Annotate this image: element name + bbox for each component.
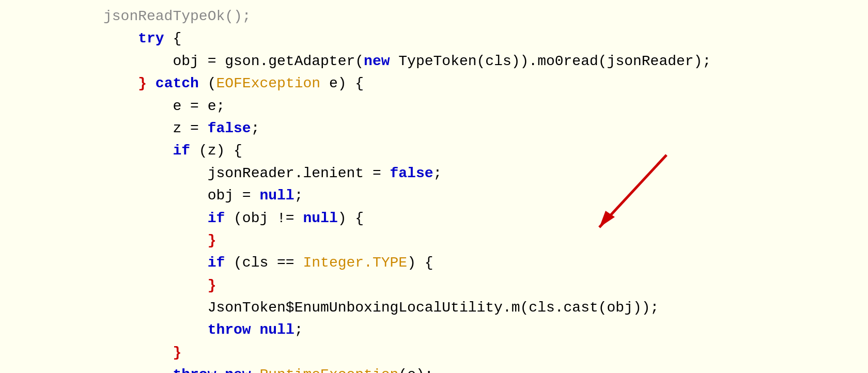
code-line-2: try { — [103, 27, 868, 50]
code-line-5: e = e; — [103, 95, 868, 117]
code-line-7: if (z) { — [103, 139, 868, 162]
code-line-12: if (cls == Integer.TYPE) { — [103, 252, 868, 274]
code-viewer: jsonReadTypeOk(); try { obj = gson.getAd… — [0, 0, 868, 373]
code-line-17: throw new RuntimeException(e); — [103, 364, 868, 373]
code-line-8: jsonReader.lenient = false; — [103, 162, 868, 184]
code-line-6: z = false; — [103, 117, 868, 139]
code-line-3: obj = gson.getAdapter(new TypeToken(cls)… — [103, 50, 868, 72]
code-line-16: } — [103, 341, 868, 364]
code-line-11: } — [103, 229, 868, 252]
code-line-15: throw null; — [103, 319, 868, 341]
code-line-1: jsonReadTypeOk(); — [103, 5, 868, 27]
code-line-9: obj = null; — [103, 184, 868, 207]
code-line-13: } — [103, 274, 868, 297]
code-block: jsonReadTypeOk(); try { obj = gson.getAd… — [103, 5, 868, 373]
code-line-10: if (obj != null) { — [103, 207, 868, 229]
code-line-14: JsonToken$EnumUnboxingLocalUtility.m(cls… — [103, 297, 868, 319]
code-line-4: } catch (EOFException e) { — [103, 72, 868, 95]
